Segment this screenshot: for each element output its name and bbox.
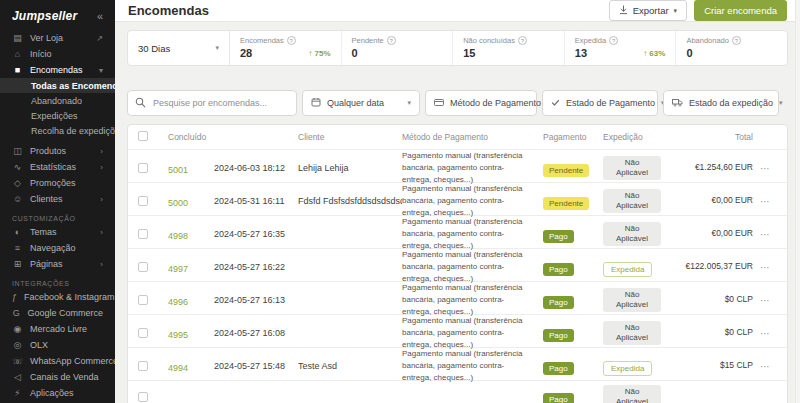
payment-status-badge: Pendente xyxy=(543,197,589,210)
order-number-link[interactable]: 5001 xyxy=(168,165,188,175)
payment-method-text: Pagamento manual (transferência bancária… xyxy=(402,348,543,384)
row-checkbox[interactable] xyxy=(138,392,148,402)
shipment-status-badge: Não Aplicável xyxy=(603,385,661,403)
row-menu-button[interactable]: ⋯ xyxy=(753,196,777,207)
order-number-link[interactable]: 4994 xyxy=(168,363,188,373)
row-checkbox[interactable] xyxy=(138,196,148,206)
users-icon: ☺ xyxy=(12,194,23,204)
search-input[interactable] xyxy=(127,90,297,116)
order-number-link[interactable]: 4998 xyxy=(168,231,188,241)
order-date: 2024-05-31 16:11 xyxy=(214,196,298,206)
row-menu-button[interactable]: ⋯ xyxy=(753,295,777,306)
google-icon: G xyxy=(12,308,20,318)
stat-value: 13 xyxy=(575,47,587,59)
sidebar-item-olx[interactable]: ◎OLX xyxy=(0,337,115,353)
client-name: Lehija Lehija xyxy=(298,163,402,173)
col-header-concluido: Concluído xyxy=(168,132,298,142)
info-icon[interactable]: ? xyxy=(518,36,527,45)
period-selector[interactable]: 30 Dias ▾ xyxy=(128,31,230,65)
sidebar-item-navegacao[interactable]: ≡Navegação xyxy=(0,240,115,256)
sidebar-item-ver-loja[interactable]: ▤Ver Loja↗ xyxy=(0,30,115,46)
shipment-status-badge: Não Aplicável xyxy=(603,321,661,346)
info-icon[interactable]: ? xyxy=(732,36,741,45)
sidebar-item-produtos[interactable]: ◫Produtos› xyxy=(0,143,115,159)
payment-method-text: Pagamento manual (transferência bancária… xyxy=(402,183,543,219)
sidebar-item-clientes[interactable]: ☺Clientes› xyxy=(0,191,115,207)
page-title: Encomendas xyxy=(128,3,209,18)
row-checkbox[interactable] xyxy=(138,262,148,272)
row-checkbox[interactable] xyxy=(138,361,148,371)
row-checkbox[interactable] xyxy=(138,328,148,338)
sidebar-item-promocoes[interactable]: ◇Promoções xyxy=(0,175,115,191)
filters-bar: Qualquer data ▾ Método de Pagamento ▾ Es… xyxy=(127,90,788,116)
payment-state-filter-label: Estado de Pagamento xyxy=(566,98,655,108)
sidebar-item-label: Temas xyxy=(30,227,57,237)
sidebar-item-estatisticas[interactable]: ∿Estatísticas› xyxy=(0,159,115,175)
order-number-link[interactable]: 4995 xyxy=(168,330,188,340)
table-row: 4994 2024-05-27 15:48 Teste Asd Pagament… xyxy=(128,347,787,380)
sidebar-item-facebook-instagram[interactable]: ƒFacebook & Instagram xyxy=(0,289,115,305)
store-icon: ▤ xyxy=(12,33,23,43)
info-icon[interactable]: ? xyxy=(387,36,396,45)
sidebar-item-temas[interactable]: ◐Temas› xyxy=(0,224,115,240)
sidebar-item-inicio[interactable]: ⌂Início xyxy=(0,46,115,62)
chart-icon: ∿ xyxy=(12,162,23,172)
bag-icon: ■ xyxy=(12,65,23,75)
table-header-row: Concluído Cliente Método de Pagamento Pa… xyxy=(128,125,787,149)
order-date: 2024-06-03 18:12 xyxy=(214,163,298,173)
order-date: 2024-05-27 16:22 xyxy=(214,262,298,272)
order-number-link[interactable]: 5000 xyxy=(168,198,188,208)
sidebar-item-whatsapp-commerce[interactable]: ☏WhatsApp Commerce xyxy=(0,353,115,369)
payment-state-filter[interactable]: Estado de Pagamento ▾ xyxy=(542,90,658,116)
sidebar-section-title: Integrações xyxy=(0,272,115,289)
info-icon[interactable]: ? xyxy=(609,36,618,45)
row-checkbox[interactable] xyxy=(138,295,148,305)
sidebar-subitem[interactable]: Todas as Encomendas xyxy=(0,78,115,93)
collapse-sidebar-icon[interactable]: « xyxy=(97,10,103,22)
export-button[interactable]: Exportar ▾ xyxy=(609,0,687,21)
row-menu-button[interactable]: ⋯ xyxy=(753,262,777,273)
create-order-button[interactable]: Criar encomenda xyxy=(694,0,787,21)
page-header: Encomendas Exportar ▾ Criar encomenda xyxy=(115,0,800,22)
olx-icon: ◎ xyxy=(12,340,23,350)
sidebar-subitem[interactable]: Expedições xyxy=(0,108,115,123)
chevron-right-icon: › xyxy=(100,228,103,237)
date-filter[interactable]: Qualquer data ▾ xyxy=(302,90,420,116)
row-menu-button[interactable]: ⋯ xyxy=(753,163,777,174)
vertical-scrollbar[interactable] xyxy=(795,0,800,403)
shipping-state-filter-label: Estado da expedição xyxy=(689,98,773,108)
export-label: Exportar xyxy=(633,5,669,16)
row-checkbox[interactable] xyxy=(138,229,148,239)
sidebar-item-aplicacoes[interactable]: ⚡Aplicações xyxy=(0,385,115,401)
order-total: $0 CLP xyxy=(681,294,753,305)
external-link-icon: ↗ xyxy=(96,34,103,43)
info-icon[interactable]: ? xyxy=(287,36,296,45)
order-total: €122.005,37 EUR xyxy=(681,261,753,272)
payment-method-text: Pagamento manual (transferência bancária… xyxy=(402,315,543,351)
select-all-checkbox[interactable] xyxy=(138,131,148,141)
sidebar-item-mercado-livre[interactable]: ◉Mercado Livre xyxy=(0,321,115,337)
order-number-link[interactable]: 4997 xyxy=(168,264,188,274)
table-row: 4995 2024-05-27 16:08 Pagamento manual (… xyxy=(128,314,787,347)
mercado-livre-icon: ◉ xyxy=(12,324,23,334)
row-menu-button[interactable]: ⋯ xyxy=(753,361,777,372)
sidebar-subitem[interactable]: Abandonado xyxy=(0,93,115,108)
payment-method-filter[interactable]: Método de Pagamento ▾ xyxy=(425,90,537,116)
shipping-state-filter[interactable]: Estado da expedição ▾ xyxy=(663,90,779,116)
sidebar-item-encomendas[interactable]: ■Encomendas▾ xyxy=(0,62,115,78)
payment-status-badge: Pago xyxy=(543,296,574,309)
search-box xyxy=(127,90,297,116)
payment-status-badge: Pendente xyxy=(543,164,589,177)
row-menu-button[interactable]: ⋯ xyxy=(753,229,777,240)
table-row: 5001 2024-06-03 18:12 Lehija Lehija Paga… xyxy=(128,149,787,182)
sidebar-item-label: Navegação xyxy=(30,243,76,253)
order-number-link[interactable]: 4996 xyxy=(168,297,188,307)
sidebar-item-paginas[interactable]: ⊞Páginas› xyxy=(0,256,115,272)
sidebar-item-google-commerce[interactable]: GGoogle Commerce xyxy=(0,305,115,321)
sidebar-item-canais-de-venda[interactable]: ◁Canais de Venda xyxy=(0,369,115,385)
sidebar-subitem[interactable]: Recolha de expedições xyxy=(0,123,115,138)
credit-card-icon xyxy=(434,98,444,109)
sidebar-item-label: Aplicações xyxy=(30,388,74,398)
row-checkbox[interactable] xyxy=(138,163,148,173)
row-menu-button[interactable]: ⋯ xyxy=(753,328,777,339)
